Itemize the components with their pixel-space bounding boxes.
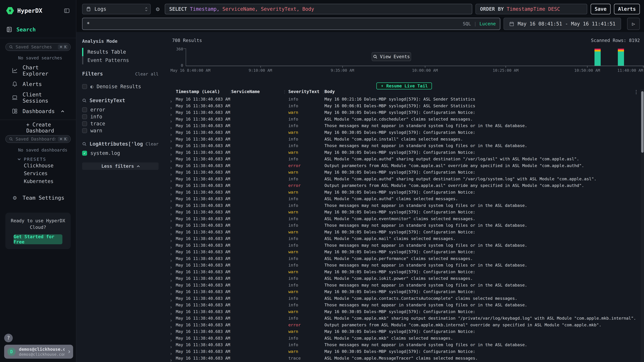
expand-row-icon[interactable] (170, 267, 172, 269)
help-button[interactable]: ? (4, 334, 13, 342)
mode-event-patterns[interactable]: Event Patterns (82, 56, 158, 64)
log-row[interactable]: May 16 11:38:40.683 AMwarnMay 16 00:30:0… (164, 149, 641, 156)
saved-searches-input[interactable]: Saved Searches ⌘ K (5, 43, 71, 51)
expand-row-icon[interactable] (170, 120, 172, 122)
log-row[interactable]: May 16 11:38:40.683 AMinfoASL Module "co… (164, 236, 641, 243)
column-resize-handle[interactable]: ⋮ (228, 89, 232, 94)
expand-row-icon[interactable] (170, 340, 172, 342)
log-row[interactable]: May 16 11:38:40.683 AMerrorOutput parame… (164, 183, 641, 189)
expand-row-icon[interactable] (170, 320, 172, 322)
column-header-body[interactable]: Body (324, 89, 335, 94)
expand-row-icon[interactable] (170, 253, 172, 255)
presets-toggle[interactable]: PRESETS (18, 157, 71, 162)
expand-row-icon[interactable] (170, 306, 172, 308)
filter-option-info[interactable]: info (82, 113, 158, 120)
expand-row-icon[interactable] (170, 293, 172, 295)
expand-row-icon[interactable] (170, 233, 172, 235)
checkbox[interactable]: ✓ (82, 151, 87, 156)
scrollbar-thumb[interactable] (641, 91, 644, 153)
resume-live-tail-button[interactable]: Resume Live Tail (376, 82, 432, 89)
user-menu[interactable]: D demos@clickhouse.com demos@clickhouse.… (4, 345, 73, 359)
log-row[interactable]: May 16 11:38:40.683 AMinfoASL Module "co… (164, 176, 641, 183)
log-row[interactable]: May 16 11:38:40.683 AMerrorOutput parame… (164, 163, 641, 170)
log-row[interactable]: May 16 11:38:40.683 AMinfoASL Module "co… (164, 156, 641, 163)
log-row[interactable]: May 16 11:38:40.683 AMwarnMay 16 00:30:0… (164, 209, 641, 216)
checkbox[interactable] (82, 121, 87, 126)
log-row[interactable]: May 16 11:38:40.683 AMwarnMay 16 00:30:0… (164, 249, 641, 256)
expand-row-icon[interactable] (170, 114, 172, 116)
expand-row-icon[interactable] (170, 280, 172, 282)
expand-row-icon[interactable] (170, 313, 172, 315)
expand-row-icon[interactable] (170, 100, 172, 103)
sidebar-item-client-sessions[interactable]: Client Sessions (5, 91, 71, 104)
filter-option-warn[interactable]: warn (82, 127, 158, 134)
expand-row-icon[interactable] (170, 286, 172, 288)
mode-results-table[interactable]: Results Table (82, 48, 158, 56)
log-row[interactable]: May 16 11:38:40.683 AMwarnMay 16 00:30:0… (164, 349, 641, 356)
log-row[interactable]: May 16 11:38:40.683 AMwarnMay 16 00:30:0… (164, 130, 641, 136)
sidebar-item-chart-explorer[interactable]: Chart Explorer (5, 64, 71, 77)
expand-row-icon[interactable] (170, 180, 172, 182)
scrollbar-track[interactable] (641, 89, 644, 362)
column-resize-handle[interactable]: ⋮ (282, 89, 287, 94)
log-row[interactable]: May 16 11:38:40.683 AMinfoASL Module "co… (164, 216, 641, 223)
preset-item-services[interactable]: Services (24, 170, 71, 177)
expand-row-icon[interactable] (170, 227, 172, 229)
log-row[interactable]: May 16 11:38:40.683 AMinfoThose messages… (164, 262, 641, 269)
select-columns-input[interactable]: SELECT Timestamp,ServiceName,SeverityTex… (165, 4, 472, 14)
log-row[interactable]: May 16 11:38:40.683 AMinfoThose messages… (164, 143, 641, 150)
preset-item-clickhouse[interactable]: Clickhouse (24, 162, 71, 170)
sql-toggle[interactable]: SQL (463, 21, 471, 26)
expand-row-icon[interactable] (170, 140, 172, 142)
create-dashboard-button[interactable]: + Create Dashboard (5, 120, 71, 135)
expand-row-icon[interactable] (170, 333, 172, 335)
expand-row-icon[interactable] (170, 127, 172, 129)
expand-row-icon[interactable] (170, 154, 172, 156)
log-row[interactable]: May 16 11:38:40.683 AMwarnMay 16 00:30:0… (164, 289, 641, 296)
alerts-button[interactable]: Alerts (614, 4, 640, 14)
search-input[interactable]: * SQL | Lucene (82, 18, 500, 30)
expand-row-icon[interactable] (170, 107, 172, 109)
date-range-picker[interactable]: May 16 08:41:51 - May 16 11:41:51 (504, 18, 621, 30)
log-row[interactable]: May 16 11:38:40.683 AMwarnMay 16 00:30:0… (164, 189, 641, 196)
expand-row-icon[interactable] (170, 260, 172, 262)
expand-row-icon[interactable] (170, 193, 172, 195)
log-row[interactable]: May 16 11:38:40.683 AMinfoASL Module "co… (164, 136, 641, 143)
log-row[interactable]: May 16 11:38:40.683 AMinfoASL Module "co… (164, 296, 641, 302)
filter-option-error[interactable]: error (82, 106, 158, 113)
filter-option-trace[interactable]: trace (82, 120, 158, 127)
lucene-toggle[interactable]: Lucene (480, 21, 496, 26)
log-row[interactable]: May 16 11:38:40.683 AMinfoThose messages… (164, 223, 641, 229)
log-row[interactable]: May 16 11:38:40.683 AMinfoMay 16 00:21:1… (164, 96, 641, 103)
expand-row-icon[interactable] (170, 187, 172, 189)
expand-row-icon[interactable] (170, 160, 172, 162)
expand-row-icon[interactable] (170, 300, 172, 302)
filter-option-system-log[interactable]: ✓system.log (82, 150, 158, 157)
save-button[interactable]: Save (590, 4, 611, 14)
log-row[interactable]: May 16 11:38:40.683 AMinfoThose messages… (164, 302, 641, 309)
run-query-button[interactable]: ▷ (627, 18, 640, 30)
view-events-button[interactable]: View Events (372, 52, 411, 61)
log-row[interactable]: May 16 11:38:40.683 AMinfoThose messages… (164, 342, 641, 349)
clear-filter-button[interactable]: Clear (146, 141, 158, 147)
log-row[interactable]: May 16 11:38:40.683 AMwarnMay 16 00:30:0… (164, 169, 641, 176)
log-row[interactable]: May 16 11:38:40.683 AMwarnMay 16 00:30:0… (164, 329, 641, 336)
expand-row-icon[interactable] (170, 326, 172, 328)
expand-row-icon[interactable] (170, 346, 172, 348)
sidebar-item-alerts[interactable]: Alerts (5, 77, 71, 91)
expand-row-icon[interactable] (170, 200, 172, 202)
expand-row-icon[interactable] (170, 134, 172, 136)
less-filters-button[interactable]: Less filters (82, 162, 158, 170)
expand-row-icon[interactable] (170, 167, 172, 169)
source-select[interactable]: Logs (82, 4, 151, 14)
expand-row-icon[interactable] (170, 360, 172, 362)
log-row[interactable]: May 16 11:38:40.683 AMinfoMay 16 00:06:0… (164, 103, 641, 110)
expand-row-icon[interactable] (170, 147, 172, 149)
get-started-button[interactable]: Get Started for Free (14, 234, 62, 244)
checkbox[interactable] (82, 107, 87, 112)
histogram-bar[interactable] (594, 49, 601, 66)
expand-row-icon[interactable] (170, 207, 172, 209)
log-row[interactable]: May 16 11:38:40.683 AMtraceASL Module "c… (164, 355, 641, 362)
log-row[interactable]: May 16 11:38:40.683 AMinfoASL Module "co… (164, 276, 641, 282)
log-row[interactable]: May 16 11:38:40.683 AMinfoASL Module "co… (164, 116, 641, 123)
